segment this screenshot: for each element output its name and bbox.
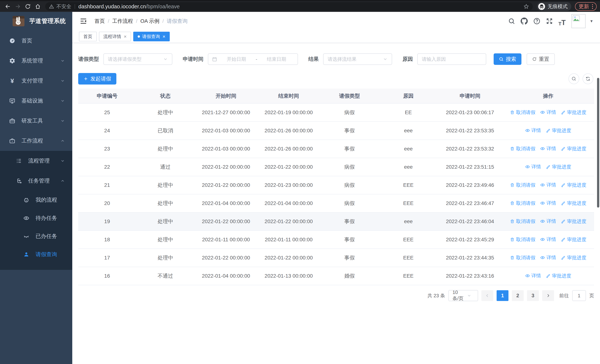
breadcrumb-item[interactable]: OA 示例 — [141, 18, 159, 25]
breadcrumb-item[interactable]: 工作流程 — [112, 18, 133, 25]
progress-link[interactable]: 审批进度 — [561, 236, 586, 243]
detail-link[interactable]: 详情 — [540, 200, 556, 206]
progress-link[interactable]: 审批进度 — [561, 218, 586, 225]
search-button[interactable]: 搜索 — [494, 53, 521, 65]
sidebar-item-sub-4[interactable]: 已办任务 — [0, 227, 72, 245]
chevron-down-icon — [464, 293, 475, 298]
tab-0[interactable]: 首页 — [79, 32, 97, 41]
fullscreen-icon[interactable] — [544, 16, 554, 26]
close-icon[interactable]: × — [162, 34, 165, 39]
prev-page-icon[interactable] — [481, 290, 493, 301]
progress-link[interactable]: 审批进度 — [546, 164, 571, 170]
progress-link[interactable]: 审批进度 — [561, 200, 586, 206]
reload-icon[interactable] — [23, 2, 32, 11]
progress-link[interactable]: 审批进度 — [546, 273, 571, 279]
home-icon[interactable] — [33, 2, 42, 11]
forward-icon[interactable] — [13, 2, 22, 11]
sidebar-item-0[interactable]: 首页 — [0, 31, 72, 51]
sidebar-item-4[interactable]: 研发工具 — [0, 111, 72, 131]
sidebar-item-label: 支付管理 — [21, 77, 43, 84]
date-range-picker[interactable]: 开始日期 - 结束日期 — [208, 53, 298, 65]
sidebar-item-sub-1[interactable]: 任务管理 — [0, 171, 72, 191]
delete-icon — [510, 219, 515, 224]
detail-link[interactable]: 详情 — [540, 109, 556, 115]
sidebar-item-2[interactable]: ¥ 支付管理 — [0, 71, 72, 91]
search-icon[interactable] — [506, 16, 517, 26]
end-date-input[interactable]: 结束日期 — [259, 56, 294, 63]
cell-applied: 2022-01-22 23:45:29 — [438, 231, 502, 249]
help-icon[interactable] — [532, 16, 542, 26]
update-button[interactable]: 更新 — [575, 2, 597, 11]
detail-link[interactable]: 详情 — [540, 236, 556, 243]
chevron-down-icon[interactable]: ▼ — [590, 19, 593, 23]
scrollbar-thumb[interactable] — [597, 78, 599, 208]
sidebar-item-1[interactable]: 系统管理 — [0, 51, 72, 71]
close-icon[interactable]: × — [124, 34, 127, 39]
sidebar-item-sub-3[interactable]: 待办任务 — [0, 209, 72, 227]
browser-menu-icon[interactable] — [592, 4, 593, 9]
page-button-2[interactable]: 2 — [512, 290, 524, 301]
tab-label: 首页 — [83, 34, 92, 39]
tab-1[interactable]: 流程详情 × — [99, 32, 131, 41]
reset-button[interactable]: 重置 — [527, 53, 555, 65]
filter-apply-time: 申请时间 开始日期 - 结束日期 — [183, 53, 298, 65]
logo-avatar — [13, 16, 24, 26]
cell-end: 2022-01-22 00:00:00 — [257, 249, 320, 267]
avatar[interactable] — [572, 14, 586, 28]
progress-link[interactable]: 审批进度 — [561, 109, 586, 116]
page-button-1[interactable]: 1 — [497, 290, 508, 301]
sidebar-item-5[interactable]: 工作流程 — [0, 131, 72, 151]
bookmark-star-icon[interactable] — [524, 4, 529, 9]
page-button-3[interactable]: 3 — [527, 290, 539, 301]
cell-end: 2022-01-04 00:00:00 — [257, 194, 320, 212]
progress-link[interactable]: 审批进度 — [561, 182, 586, 188]
next-page-icon[interactable] — [542, 290, 554, 301]
detail-link[interactable]: 详情 — [525, 272, 541, 279]
edit-icon — [546, 128, 551, 133]
security-label[interactable]: 不安全 — [56, 3, 71, 10]
detail-link[interactable]: 详情 — [540, 254, 556, 261]
search-toggle-icon[interactable] — [569, 73, 579, 84]
breadcrumb-item[interactable]: 首页 — [94, 18, 105, 25]
sidebar-item-sub-5[interactable]: 请假查询 — [0, 245, 72, 263]
progress-link[interactable]: 审批进度 — [546, 127, 571, 134]
result-select[interactable]: 请选择流结果 — [323, 53, 392, 65]
cell-id: 19 — [78, 212, 136, 231]
cancel-leave-link[interactable]: 取消请假 — [510, 182, 535, 188]
detail-link[interactable]: 详情 — [525, 163, 541, 170]
sidebar-item-label: 基础设施 — [21, 97, 43, 104]
tab-2[interactable]: 请假查询 × — [133, 32, 170, 41]
refresh-table-icon[interactable] — [582, 73, 593, 84]
sidebar-item-3[interactable]: 基础设施 — [0, 91, 72, 111]
calendar-icon — [212, 56, 217, 62]
reason-input[interactable] — [417, 53, 486, 65]
cancel-leave-link[interactable]: 取消请假 — [510, 109, 535, 116]
cancel-leave-link[interactable]: 取消请假 — [510, 200, 535, 206]
delete-icon — [510, 255, 515, 260]
cancel-leave-link[interactable]: 取消请假 — [510, 254, 535, 261]
browser-toolbar: 不安全 dashboard.yudao.iocoder.cn/bpm/oa/le… — [0, 0, 600, 12]
fontsize-icon[interactable]: TT — [557, 16, 567, 26]
progress-link[interactable]: 审批进度 — [561, 146, 586, 152]
delete-icon — [510, 237, 515, 242]
detail-link[interactable]: 详情 — [540, 218, 556, 224]
goto-page-input[interactable] — [572, 290, 586, 301]
address-bar[interactable]: 不安全 dashboard.yudao.iocoder.cn/bpm/oa/le… — [45, 2, 533, 11]
back-icon[interactable] — [3, 2, 12, 11]
cancel-leave-link[interactable]: 取消请假 — [510, 146, 535, 152]
start-date-input[interactable]: 开始日期 — [219, 56, 254, 63]
sidebar-item-sub-2[interactable]: 我的流程 — [0, 191, 72, 209]
create-leave-button[interactable]: 发起请假 — [78, 73, 116, 84]
progress-link[interactable]: 审批进度 — [561, 254, 586, 261]
cell-applied: 2022-01-22 23:43:16 — [438, 267, 502, 285]
sidebar-item-sub-0[interactable]: 流程管理 — [0, 151, 72, 171]
cancel-leave-link[interactable]: 取消请假 — [510, 236, 535, 243]
detail-link[interactable]: 详情 — [540, 182, 556, 188]
detail-link[interactable]: 详情 — [525, 127, 541, 134]
github-icon[interactable] — [519, 16, 529, 26]
detail-link[interactable]: 详情 — [540, 145, 556, 152]
cancel-leave-link[interactable]: 取消请假 — [510, 218, 535, 225]
leave-type-select[interactable]: 请选择请假类型 — [103, 53, 172, 65]
page-size-select[interactable]: 10条/页 — [449, 290, 478, 301]
sidebar-collapse-icon[interactable] — [79, 17, 88, 26]
